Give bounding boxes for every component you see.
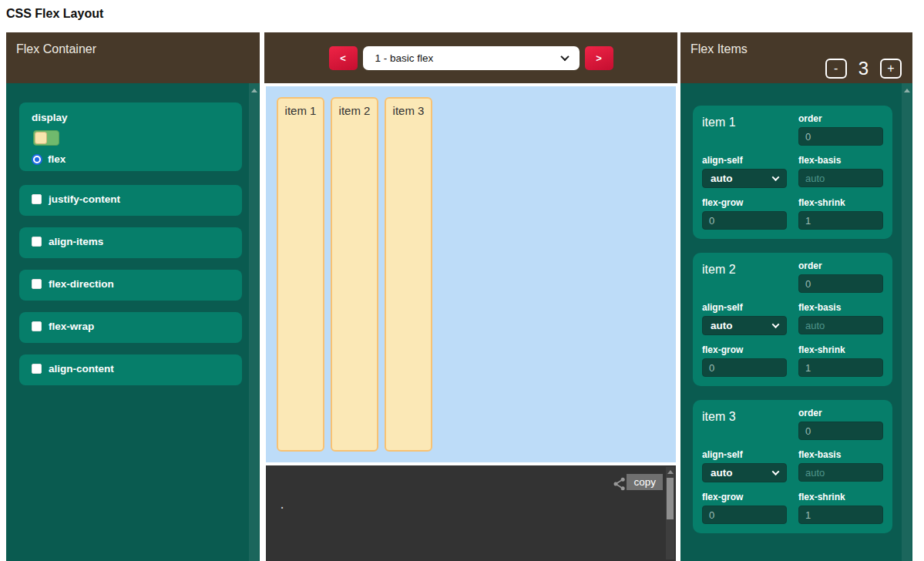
item-3-align-self-select[interactable]: auto [702,463,787,482]
item-2-flex-basis-input[interactable] [798,316,883,334]
preview-panel: < 1 - basic flex > item 1 item 2 item 3 … [264,32,677,561]
prop-card-flex-direction[interactable]: flex-direction [19,270,242,301]
item-2-flex-grow-field: flex-grow [702,344,787,377]
chevron-down-icon [560,52,569,61]
display-toggle[interactable] [33,130,59,146]
prop-card-align-items[interactable]: align-items [19,227,242,258]
flex-direction-label: flex-direction [49,278,114,290]
preview-item-2: item 2 [331,97,378,452]
flex-items-panel-title: Flex Items [690,42,748,56]
item-1-flex-grow-field: flex-grow [702,197,787,230]
chevron-down-icon [772,468,780,475]
item-2-flex-grow-input[interactable] [702,358,787,377]
flex-radio[interactable] [32,154,42,165]
item-2-flex-shrink-label: flex-shrink [798,344,883,355]
scroll-up-arrow-icon [904,89,910,92]
align-items-label: align-items [49,236,103,247]
item-1-flex-shrink-field: flex-shrink [798,197,883,230]
add-item-button[interactable]: + [880,59,902,79]
justify-content-checkbox[interactable] [32,194,42,204]
flex-radio-label: flex [48,153,66,165]
flex-items-panel-body: item 1 order align-self auto flex-basis … [680,83,912,561]
preview-item-3: item 3 [385,97,432,452]
chevron-down-icon [772,173,780,181]
justify-content-label: justify-content [49,193,120,205]
flex-direction-checkbox[interactable] [32,279,42,289]
scroll-up-arrow-icon [251,89,257,92]
item-1-flex-grow-label: flex-grow [702,197,787,208]
chevron-down-icon [772,321,780,328]
copy-button[interactable]: copy [627,474,663,490]
item-3-order-label: order [798,408,883,418]
preview-item-1: item 1 [277,97,324,452]
item-3-flex-basis-label: flex-basis [798,449,883,460]
flex-items-panel: Flex Items - 3 + item 1 order align-self… [680,32,912,561]
flex-wrap-label: flex-wrap [49,321,94,332]
remove-item-button[interactable]: - [825,59,847,79]
item-1-flex-basis-field: flex-basis [798,155,883,188]
item-2-align-self-field: align-self auto [702,302,787,335]
next-demo-button[interactable]: > [585,46,613,70]
prop-card-flex-wrap[interactable]: flex-wrap [19,312,242,343]
demo-nav-header: < 1 - basic flex > [264,32,677,83]
flex-container-panel: Flex Container display flex justify-cont… [6,32,260,561]
item-count-stepper: - 3 + [825,58,902,79]
item-1-flex-shrink-label: flex-shrink [798,197,883,208]
code-scrollbar-thumb [667,478,674,519]
item-1-order-input[interactable] [798,127,883,146]
item-2-flex-basis-label: flex-basis [798,302,883,313]
item-3-flex-shrink-input[interactable] [798,506,883,524]
item-3-card: item 3 order align-self auto flex-basis … [693,400,892,533]
scroll-up-arrow-icon [667,470,674,474]
left-panel-scrollbar[interactable] [249,83,259,561]
item-3-flex-basis-field: flex-basis [798,449,883,482]
flex-items-panel-header: Flex Items - 3 + [680,32,912,83]
align-content-checkbox[interactable] [32,364,42,374]
item-3-order-field: order [798,408,883,440]
item-3-flex-basis-input[interactable] [798,463,883,482]
item-2-flex-shrink-field: flex-shrink [798,344,883,377]
item-1-flex-grow-input[interactable] [702,211,787,230]
item-1-flex-shrink-input[interactable] [798,211,883,230]
prop-card-align-content[interactable]: align-content [19,354,242,385]
item-3-flex-grow-input[interactable] [702,506,787,524]
item-2-title-cell: item 2 [702,260,787,293]
item-1-flex-basis-label: flex-basis [798,155,883,166]
prev-demo-button[interactable]: < [329,46,358,70]
item-2-order-label: order [798,260,883,271]
align-content-label: align-content [49,363,114,375]
display-label: display [32,112,242,123]
item-3-align-self-field: align-self auto [702,449,787,482]
item-3-align-self-value: auto [711,467,733,479]
demo-select-value: 1 - basic flex [375,52,434,64]
item-3-flex-shrink-field: flex-shrink [798,492,883,524]
flex-wrap-checkbox[interactable] [32,321,42,331]
item-1-order-field: order [798,113,883,146]
item-2-align-self-select[interactable]: auto [702,316,787,335]
item-1-align-self-select[interactable]: auto [702,169,787,188]
item-1-align-self-label: align-self [702,155,787,166]
code-scrollbar[interactable] [666,467,674,559]
item-2-order-field: order [798,260,883,293]
item-1-flex-basis-input[interactable] [798,169,883,187]
item-2-title: item 2 [702,260,736,277]
item-2-flex-basis-field: flex-basis [798,302,883,335]
item-2-order-input[interactable] [798,274,883,293]
demo-select[interactable]: 1 - basic flex [363,46,580,70]
flex-container-preview: item 1 item 2 item 3 [266,86,676,462]
display-toggle-knob [35,132,47,144]
item-3-align-self-label: align-self [702,449,787,460]
item-2-flex-shrink-input[interactable] [798,358,883,377]
item-count: 3 [858,58,869,79]
share-icon[interactable] [612,476,627,492]
prop-card-justify-content[interactable]: justify-content [19,185,242,216]
item-2-align-self-value: auto [711,320,733,331]
flex-container-panel-header: Flex Container [6,32,260,83]
item-3-title: item 3 [702,408,736,424]
display-flex-option[interactable]: flex [32,153,242,165]
align-items-checkbox[interactable] [32,237,42,247]
right-panel-scrollbar[interactable] [902,83,912,561]
item-1-card: item 1 order align-self auto flex-basis … [693,106,892,239]
code-line [279,542,676,556]
item-3-order-input[interactable] [798,422,883,440]
